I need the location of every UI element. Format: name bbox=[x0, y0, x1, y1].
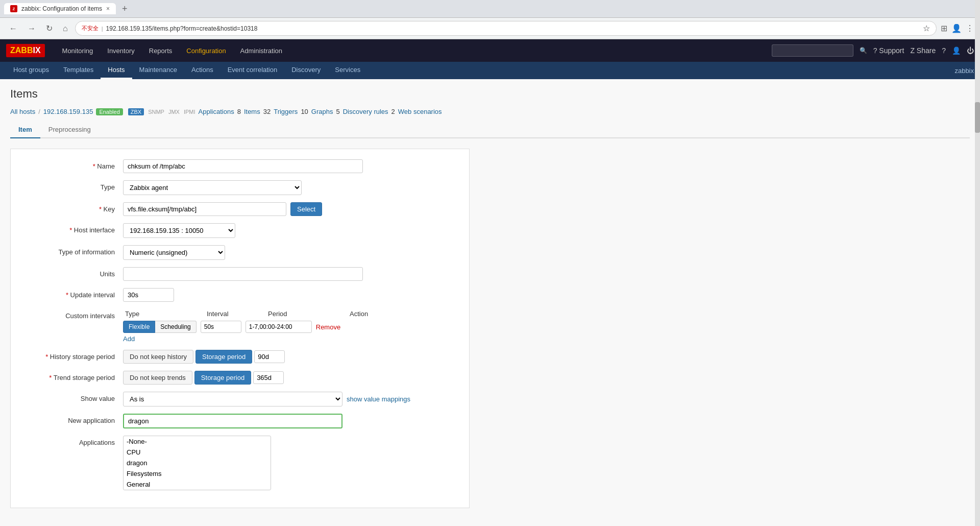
applications-list[interactable]: -None-CPUdragonFilesystemsGeneral bbox=[123, 436, 271, 490]
host-interface-row: Host interface 192.168.159.135 : 10050 bbox=[21, 223, 459, 238]
type-of-info-select[interactable]: Numeric (unsigned)Numeric (float)Charact… bbox=[123, 245, 225, 260]
help-btn[interactable]: ? bbox=[942, 46, 946, 55]
show-value-label: Show value bbox=[21, 392, 123, 402]
trend-storage-control: Do not keep trends Storage period bbox=[123, 371, 459, 385]
trend-storage-input-row: Do not keep trends Storage period bbox=[123, 371, 459, 385]
breadcrumb-web-scenarios[interactable]: Web scenarios bbox=[398, 108, 442, 115]
trend-storage-input[interactable] bbox=[253, 371, 284, 384]
subnav-actions[interactable]: Actions bbox=[184, 62, 220, 79]
interval-value-input[interactable] bbox=[201, 321, 241, 333]
history-storage-input[interactable] bbox=[254, 350, 285, 363]
translate-icon[interactable]: ⊞ bbox=[941, 23, 947, 33]
type-of-info-label: Type of information bbox=[21, 245, 123, 256]
breadcrumb-all-hosts[interactable]: All hosts bbox=[10, 108, 35, 115]
subnav-templates[interactable]: Templates bbox=[56, 62, 101, 79]
page-content: Items All hosts / 192.168.159.135 Enable… bbox=[0, 79, 980, 526]
subnav-maintenance[interactable]: Maintenance bbox=[132, 62, 184, 79]
address-text: 192.168.159.135/items.php?form=create&ho… bbox=[106, 25, 920, 32]
key-row: Key Select bbox=[21, 202, 459, 216]
top-nav: ZABBIX Monitoring Inventory Reports Conf… bbox=[0, 39, 980, 62]
type-control: Zabbix agentZabbix agent (active)Simple … bbox=[123, 180, 459, 195]
remove-interval-link[interactable]: Remove bbox=[316, 323, 340, 331]
history-no-keep-btn[interactable]: Do not keep history bbox=[123, 350, 193, 364]
breadcrumb-sep1: / bbox=[38, 108, 40, 115]
account-icon[interactable]: 👤 bbox=[951, 23, 962, 33]
app: ZABBIX Monitoring Inventory Reports Conf… bbox=[0, 39, 980, 526]
key-input[interactable] bbox=[123, 202, 286, 216]
trend-storage-row: Trend storage period Do not keep trends … bbox=[21, 371, 459, 385]
new-application-label: New application bbox=[21, 414, 123, 424]
breadcrumb-host[interactable]: 192.168.159.135 bbox=[43, 108, 93, 115]
nav-back-btn[interactable]: ← bbox=[6, 23, 20, 34]
nav-configuration[interactable]: Configuration bbox=[179, 41, 233, 61]
tab-close-btn[interactable]: × bbox=[106, 5, 110, 12]
tab-item[interactable]: Item bbox=[10, 122, 40, 138]
subnav-event-correlation[interactable]: Event correlation bbox=[220, 62, 285, 79]
search-icon: 🔍 bbox=[860, 47, 867, 54]
key-select-btn[interactable]: Select bbox=[290, 202, 322, 216]
tab-preprocessing[interactable]: Preprocessing bbox=[40, 122, 99, 138]
show-value-row: Show value As is show value mappings bbox=[21, 392, 459, 407]
interval-col-type-header: Type bbox=[123, 309, 205, 319]
key-input-row: Select bbox=[123, 202, 459, 216]
new-application-row: New application bbox=[21, 414, 459, 428]
breadcrumb-applications[interactable]: Applications bbox=[199, 108, 234, 115]
type-label: Type bbox=[21, 180, 123, 191]
star-icon[interactable]: ☆ bbox=[923, 23, 930, 33]
scheduling-btn[interactable]: Scheduling bbox=[155, 321, 196, 333]
address-bar[interactable]: 不安全 | 192.168.159.135/items.php?form=cre… bbox=[75, 21, 937, 36]
breadcrumb-items[interactable]: Items bbox=[244, 108, 260, 115]
form-container: Name Type Zabbix agentZabbix agent (acti… bbox=[10, 149, 470, 508]
subnav-host-groups[interactable]: Host groups bbox=[6, 62, 56, 79]
nav-reports[interactable]: Reports bbox=[142, 41, 180, 61]
subnav-discovery[interactable]: Discovery bbox=[284, 62, 328, 79]
history-storage-period-btn[interactable]: Storage period bbox=[195, 350, 252, 364]
units-input[interactable] bbox=[123, 267, 363, 281]
breadcrumb-discovery-count: 2 bbox=[391, 108, 395, 115]
tab-title: zabbix: Configuration of items bbox=[21, 5, 102, 12]
update-interval-label: Update interval bbox=[21, 288, 123, 299]
more-icon[interactable]: ⋮ bbox=[966, 23, 974, 33]
show-value-select[interactable]: As is bbox=[123, 392, 342, 407]
scrollbar[interactable] bbox=[975, 0, 980, 526]
nav-monitoring[interactable]: Monitoring bbox=[55, 41, 101, 61]
browser-chrome: Z zabbix: Configuration of items × + bbox=[0, 0, 980, 18]
applications-row: Applications -None-CPUdragonFilesystemsG… bbox=[21, 436, 459, 490]
inner-tabs: Item Preprocessing bbox=[10, 122, 970, 138]
breadcrumb-graphs[interactable]: Graphs bbox=[311, 108, 333, 115]
trend-no-keep-btn[interactable]: Do not keep trends bbox=[123, 371, 192, 385]
update-interval-input[interactable] bbox=[123, 288, 174, 302]
scrollbar-thumb[interactable] bbox=[975, 102, 980, 133]
nav-home-btn[interactable]: ⌂ bbox=[60, 23, 71, 34]
breadcrumb-triggers[interactable]: Triggers bbox=[274, 108, 298, 115]
trend-storage-period-btn[interactable]: Storage period bbox=[194, 371, 251, 385]
show-value-mappings-link[interactable]: show value mappings bbox=[347, 395, 410, 403]
history-storage-control: Do not keep history Storage period bbox=[123, 350, 459, 364]
add-interval-link[interactable]: Add bbox=[123, 335, 135, 343]
subnav-services[interactable]: Services bbox=[328, 62, 368, 79]
nav-administration[interactable]: Administration bbox=[233, 41, 289, 61]
search-input[interactable] bbox=[772, 44, 853, 57]
share-link[interactable]: Z Share bbox=[910, 46, 936, 55]
show-value-input-row: As is show value mappings bbox=[123, 392, 459, 407]
user-icon[interactable]: 👤 bbox=[952, 46, 961, 55]
logout-icon[interactable]: ⏻ bbox=[967, 46, 974, 55]
name-input[interactable] bbox=[123, 159, 363, 173]
custom-intervals-label: Custom intervals bbox=[21, 309, 123, 320]
period-value-input[interactable] bbox=[246, 321, 312, 333]
intervals-header: Type Interval Period Action bbox=[123, 309, 459, 319]
host-interface-select[interactable]: 192.168.159.135 : 10050 bbox=[123, 223, 235, 238]
page-title: Items bbox=[10, 87, 970, 101]
nav-forward-btn[interactable]: → bbox=[24, 23, 39, 34]
breadcrumb-discovery-rules[interactable]: Discovery rules bbox=[343, 108, 388, 115]
support-icon: ? bbox=[873, 46, 877, 55]
subnav-hosts[interactable]: Hosts bbox=[101, 62, 132, 79]
nav-refresh-btn[interactable]: ↻ bbox=[43, 22, 56, 34]
new-tab-btn[interactable]: + bbox=[120, 4, 130, 14]
new-application-input[interactable] bbox=[123, 414, 342, 428]
type-select[interactable]: Zabbix agentZabbix agent (active)Simple … bbox=[123, 180, 302, 195]
support-link[interactable]: ? Support bbox=[873, 46, 904, 55]
flexible-btn[interactable]: Flexible bbox=[123, 321, 155, 333]
nav-inventory[interactable]: Inventory bbox=[100, 41, 141, 61]
top-nav-links: Monitoring Inventory Reports Configurati… bbox=[55, 41, 289, 61]
